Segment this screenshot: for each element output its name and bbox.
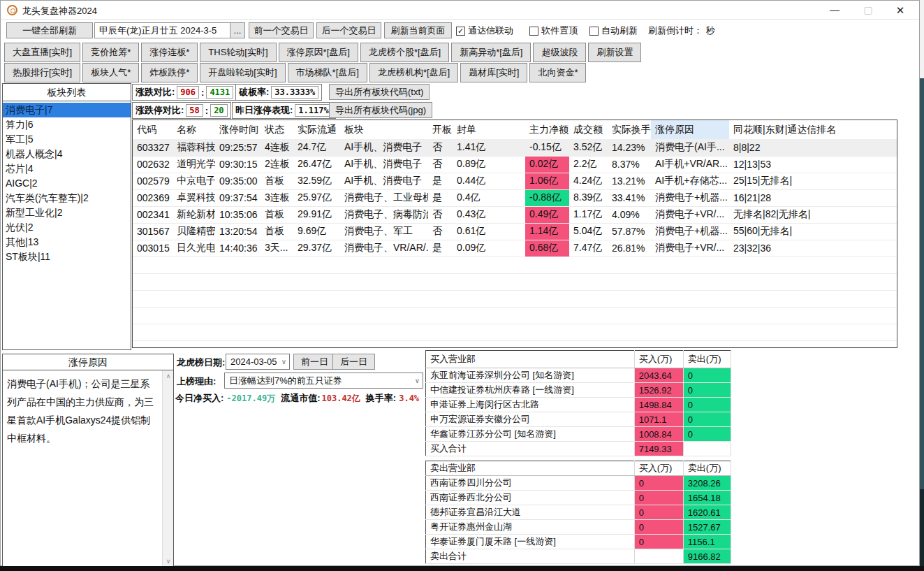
stock-row[interactable]: 301567贝隆精密13:20:54首板9.69亿消费电子、军工否0.61亿1.… bbox=[133, 223, 897, 240]
main-table-header-cell[interactable]: 代码 bbox=[133, 120, 173, 139]
cell-rank[interactable]: 23|32|36 bbox=[729, 240, 836, 256]
prev-trade-day-button[interactable]: 前一个交易日 bbox=[249, 22, 314, 38]
nav-button[interactable]: 题材库[实时] bbox=[460, 63, 527, 82]
cell-rank[interactable]: 无排名|82|无排名| bbox=[729, 206, 836, 223]
cell-reason[interactable]: 消费电子+机器... bbox=[651, 189, 729, 206]
cell-turnover[interactable]: 13.21% bbox=[608, 173, 651, 189]
cell-status[interactable]: 3天... bbox=[261, 240, 293, 256]
cell-reason[interactable]: 消费电子+机器... bbox=[651, 223, 729, 240]
cell-opened[interactable]: 否 bbox=[428, 206, 453, 223]
cell-turnover[interactable]: 14.23% bbox=[608, 139, 651, 156]
cell-volume[interactable]: 5.04亿 bbox=[569, 223, 608, 240]
cell-float_cap[interactable]: 24.7亿 bbox=[293, 139, 340, 156]
cell-name[interactable]: 新纶新材 bbox=[173, 206, 215, 223]
sector-list-item[interactable]: 算力|6 bbox=[3, 117, 131, 132]
cell-float_cap[interactable]: 29.37亿 bbox=[293, 240, 340, 256]
cell-rank[interactable]: 12|13|53 bbox=[729, 156, 836, 173]
main-table-header-cell[interactable]: 板块 bbox=[340, 120, 428, 139]
cell-reason[interactable]: 消费电子+VR/... bbox=[651, 206, 729, 223]
sector-list-item[interactable]: 汽车类(汽车整车)|2 bbox=[3, 191, 131, 205]
cell-name[interactable]: 贝隆精密 bbox=[173, 223, 215, 240]
cell-time[interactable]: 09:35:00 bbox=[215, 173, 261, 189]
nav-button[interactable]: THS轮动[实时] bbox=[200, 43, 276, 62]
cell-reason[interactable]: 消费电子+VR/... bbox=[651, 240, 729, 256]
reason-scrollbar[interactable]: ∧ ∨ bbox=[162, 370, 173, 567]
export-txt-button[interactable]: 导出所有板块代码(txt) bbox=[329, 84, 430, 100]
cell-seal[interactable]: 0.89亿 bbox=[453, 156, 525, 173]
sector-list-item[interactable]: 军工|5 bbox=[3, 132, 131, 147]
scroll-down-icon[interactable]: ∨ bbox=[163, 556, 174, 567]
lhb-prev-day-button[interactable]: 前一日 bbox=[293, 354, 336, 370]
nav-button[interactable]: 炸板跌停* bbox=[141, 63, 198, 82]
nav-button[interactable]: 竞价抢筹* bbox=[82, 43, 139, 62]
cell-rank[interactable]: 16|21|28 bbox=[729, 189, 836, 206]
cell-code[interactable]: 002632 bbox=[133, 156, 173, 173]
sector-list-item[interactable]: AIGC|2 bbox=[3, 176, 131, 191]
main-table-header-cell[interactable]: 实际换手 bbox=[608, 120, 651, 139]
stock-row[interactable]: 002341新纶新材10:35:06首板29.91亿消费电子、病毒防治否0.43… bbox=[133, 206, 897, 223]
cell-opened[interactable]: 否 bbox=[428, 223, 453, 240]
cell-sector[interactable]: 消费电子、军工 bbox=[340, 223, 428, 240]
cell-reason[interactable]: AI手机+VR/AR... bbox=[651, 156, 729, 173]
cell-reason[interactable]: 消费电子(AI手... bbox=[651, 139, 729, 156]
cell-rank[interactable]: 55|60|无排名| bbox=[729, 223, 836, 240]
cell-name[interactable]: 日久光电 bbox=[173, 240, 215, 256]
lhb-next-day-button[interactable]: 后一日 bbox=[332, 354, 375, 370]
sector-list-item[interactable]: ST板块|11 bbox=[3, 250, 131, 264]
cell-opened[interactable]: 否 bbox=[428, 139, 453, 156]
cell-opened[interactable]: 是 bbox=[428, 240, 453, 256]
lhb-date-select[interactable]: 2024-03-05 ∨ bbox=[226, 354, 290, 370]
stock-row[interactable]: 002632道明光学09:30:152连板26.47亿AI手机、消费电子否0.8… bbox=[133, 156, 897, 173]
cell-main_net[interactable]: 0.02亿 bbox=[525, 156, 569, 173]
main-table-header-cell[interactable]: 涨停时间 bbox=[215, 120, 261, 139]
cell-time[interactable]: 13:20:54 bbox=[215, 223, 261, 240]
nav-button[interactable]: 刷新设置 bbox=[588, 43, 641, 62]
nav-button[interactable]: 开盘啦轮动[实时] bbox=[200, 63, 285, 82]
next-trade-day-button[interactable]: 后一个交易日 bbox=[316, 22, 381, 38]
cell-main_net[interactable]: 0.68亿 bbox=[525, 240, 569, 256]
cell-seal[interactable]: 0.44亿 bbox=[453, 173, 525, 189]
minimize-button[interactable]: — bbox=[819, 1, 851, 20]
cell-volume[interactable]: 4.24亿 bbox=[569, 173, 608, 189]
stock-row[interactable]: 003015日久光电14:40:363天...29.37亿消费电子、VR/AR/… bbox=[133, 240, 897, 256]
cell-name[interactable]: 福蓉科技 bbox=[173, 139, 215, 156]
cell-name[interactable]: 道明光学 bbox=[173, 156, 215, 173]
cell-seal[interactable]: 0.43亿 bbox=[453, 206, 525, 223]
cell-code[interactable]: 002341 bbox=[133, 206, 173, 223]
cell-name[interactable]: 中京电子 bbox=[173, 173, 215, 189]
stock-row[interactable]: 603327福蓉科技09:25:574连板24.7亿AI手机、消费电子否1.41… bbox=[133, 139, 897, 156]
nav-button[interactable]: 北向资金* bbox=[529, 63, 586, 82]
main-table-header-cell[interactable]: 主力净额 bbox=[525, 120, 569, 139]
cell-name[interactable]: 卓翼科技 bbox=[173, 189, 215, 206]
nav-button[interactable]: 新高异动*[盘后] bbox=[451, 43, 531, 62]
cell-volume[interactable]: 8.39亿 bbox=[569, 189, 608, 206]
cell-status[interactable]: 4连板 bbox=[261, 139, 293, 156]
sector-list-item[interactable]: 机器人概念|4 bbox=[3, 147, 131, 161]
cell-sector[interactable]: 消费电子、病毒防治 bbox=[340, 206, 428, 223]
cell-code[interactable]: 003015 bbox=[133, 240, 173, 256]
cell-reason[interactable]: AI手机+存储芯... bbox=[651, 173, 729, 189]
cell-volume[interactable]: 1.17亿 bbox=[569, 206, 608, 223]
cell-opened[interactable]: 否 bbox=[428, 156, 453, 173]
cell-status[interactable]: 首板 bbox=[261, 206, 293, 223]
date-picker-more-button[interactable]: ... bbox=[230, 22, 245, 38]
main-table-header-cell[interactable]: 名称 bbox=[173, 120, 215, 139]
nav-button[interactable]: 板块人气* bbox=[82, 63, 139, 82]
cell-opened[interactable]: 是 bbox=[428, 189, 453, 206]
cell-float_cap[interactable]: 32.59亿 bbox=[293, 173, 340, 189]
cell-code[interactable]: 603327 bbox=[133, 139, 173, 156]
cell-sector[interactable]: 消费电子、工业母机 bbox=[340, 189, 428, 206]
cell-time[interactable]: 09:30:15 bbox=[215, 156, 261, 173]
cell-float_cap[interactable]: 9.69亿 bbox=[293, 223, 340, 240]
nav-button[interactable]: 超级波段 bbox=[533, 43, 586, 62]
cell-turnover[interactable]: 26.81% bbox=[608, 240, 651, 256]
always-on-top-checkbox[interactable]: 软件置顶 bbox=[529, 24, 578, 37]
tdx-link-checkbox[interactable]: ✓ 通达信联动 bbox=[456, 24, 513, 37]
auto-refresh-checkbox[interactable]: 自动刷新 bbox=[589, 24, 638, 37]
export-jpg-button[interactable]: 导出所有板块代码(jpg) bbox=[329, 102, 432, 118]
cell-time[interactable]: 09:37:54 bbox=[215, 189, 261, 206]
cell-opened[interactable]: 是 bbox=[428, 173, 453, 189]
cell-seal[interactable]: 0.61亿 bbox=[453, 223, 525, 240]
cell-time[interactable]: 09:25:57 bbox=[215, 139, 261, 156]
cell-main_net[interactable]: -0.88亿 bbox=[525, 189, 569, 206]
